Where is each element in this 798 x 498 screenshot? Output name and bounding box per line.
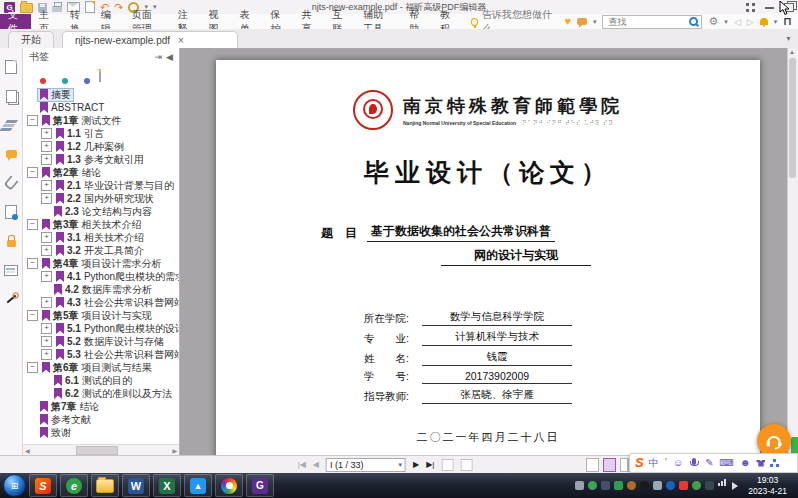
expand-toggle-icon[interactable]: + [41,349,52,360]
ribbon-tab-view[interactable]: 视图 [201,14,232,29]
bookmark-item[interactable]: 4.2数据库需求分析 [23,283,179,296]
layers-panel-icon[interactable] [4,118,18,132]
bookmark-item[interactable]: +1.3参考文献引用 [23,153,179,166]
move-tool-icon[interactable] [575,481,584,490]
new-doc-icon[interactable] [85,1,95,13]
back-icon[interactable]: ◁ [734,17,741,27]
ribbon-tab-accessibility[interactable]: 辅助工具 [355,14,401,29]
bookmark-item[interactable]: +5.3社会公共常识科普网站的设计与实现 [23,348,179,361]
dock-panel-icon[interactable]: ⇥ [155,52,163,62]
binoculars-icon[interactable] [705,481,714,490]
security-panel-icon[interactable] [4,234,18,248]
bookmark-label[interactable]: 5.3社会公共常识科普网站的设计与实现 [54,349,179,361]
document-view[interactable]: 南京特殊教育師範學院 Nanjing Normal University of … [180,48,798,456]
page-template-icon[interactable] [99,70,111,83]
collapse-panel-icon[interactable]: ◀ [166,52,173,62]
punctuation-icon[interactable]: ’ [665,457,667,469]
pdf-page[interactable]: 南京特殊教育師範學院 Nanjing Normal University of … [216,60,760,456]
hscroll-thumb[interactable] [76,446,118,455]
sogou-logo[interactable]: S [635,456,644,470]
account-icon[interactable]: ☻ [740,457,751,469]
volume-icon[interactable] [732,482,738,490]
bookmark-label[interactable]: 3.1相关技术介绍 [54,232,146,244]
expand-toggle-icon[interactable]: − [27,310,38,321]
favorite-heart-icon[interactable]: ♥ [564,16,571,27]
vscroll-thumb[interactable] [789,58,796,178]
bookmark-item[interactable]: +4.3社会公共常识科普网站的需求分析 [23,296,179,309]
ui-layout-icon[interactable] [746,3,755,12]
bookmark-label[interactable]: 5.1Python爬虫模块的设计与实现 [54,323,179,335]
bookmark-label[interactable]: 6.1测试的目的 [52,375,134,387]
attachments-panel-icon[interactable] [4,176,18,190]
bookmark-item[interactable]: 2.3论文结构与内容 [23,205,179,218]
bookmark-item[interactable]: +5.2数据库设计与存储 [23,335,179,348]
microphone-icon[interactable] [689,458,699,468]
expand-toggle-icon[interactable]: + [41,245,52,256]
first-page-icon[interactable]: |◀ [298,460,306,469]
page-dropdown-icon[interactable]: ▾ [399,461,403,469]
ribbon-tab-convert[interactable]: 转换 [62,14,93,29]
expand-toggle-icon[interactable]: − [27,258,38,269]
bookmark-label[interactable]: 2.1毕业设计背景与目的 [54,180,176,192]
bluetooth-icon[interactable] [666,481,675,490]
bookmark-label[interactable]: 5.2数据库设计与存储 [54,336,166,348]
bookmark-item[interactable]: 第7章结论 [23,400,179,413]
bookmark-item[interactable]: +3.2开发工具简介 [23,244,179,257]
skin-icon[interactable] [756,460,765,467]
scroll-right-icon[interactable]: ▶ [172,447,177,454]
bookmark-label[interactable]: 参考文献 [38,414,93,426]
bookmark-label[interactable]: 摘要 [38,89,73,101]
expand-toggle-icon[interactable]: − [27,362,38,373]
scroll-left-icon[interactable]: ◀ [25,447,30,454]
expand-toggle-icon[interactable]: + [41,193,52,204]
expand-toggle-icon[interactable]: − [27,167,38,178]
bookmark-item[interactable]: −第1章测试文件 [23,114,179,127]
page-number-box[interactable]: I (1 / 33) ▾ [326,458,406,472]
prev-page-icon[interactable]: ◀ [313,460,319,469]
page-panel-icon[interactable] [4,60,18,74]
expand-toggle-icon[interactable]: + [41,128,52,139]
document-tab[interactable]: njts-new-example.pdf× [62,31,238,48]
ribbon-tab-tutorial[interactable]: 教程 [432,14,463,29]
expand-toggle-icon[interactable]: + [41,232,52,243]
bookmark-item[interactable]: +4.1Python爬虫模块的需求分析 [23,270,179,283]
find-input[interactable] [606,16,689,28]
pdf-app[interactable]: G [246,474,274,497]
bookmark-label[interactable]: 4.1Python爬虫模块的需求分析 [54,271,179,283]
bookmark-item[interactable]: +1.1引言 [23,127,179,140]
bookmark-label[interactable]: 致谢 [38,427,73,439]
bookmark-item[interactable]: −第5章项目设计与实现 [23,309,179,322]
bookmark-label[interactable]: ABSTRACT [38,102,106,114]
next-page-icon[interactable]: ▶ [413,460,419,469]
bookmark-label[interactable]: 第7章结论 [38,401,102,413]
bookmark-item[interactable]: −第2章绪论 [23,166,179,179]
shield-green-icon[interactable] [614,481,623,490]
bookmark-item[interactable]: +2.2国内外研究现状 [23,192,179,205]
bookmark-item[interactable]: −第4章项目设计需求分析 [23,257,179,270]
emoji-icon[interactable]: ☺ [673,457,683,469]
expand-toggle-icon[interactable]: + [41,297,52,308]
bookmark-label[interactable]: 第3章相关技术介绍 [40,219,144,231]
bookmark-label[interactable]: 6.2测试的准则以及方法 [52,388,174,400]
bookmark-label[interactable]: 4.3社会公共常识科普网站的需求分析 [54,297,179,309]
bookmark-label[interactable]: 1.2几种案例 [54,141,126,153]
word[interactable]: W [122,474,150,497]
ribbon-tab-form[interactable]: 表单 [232,14,263,29]
bell-dropdown-icon[interactable]: ▾ [774,18,778,26]
green-dot-icon[interactable] [588,481,597,490]
bookmark-label[interactable]: 第1章测试文件 [40,115,124,127]
start-button[interactable]: ⊞ [3,474,26,497]
bookmark-item[interactable]: 摘要 [23,88,179,101]
bookmark-label[interactable]: 2.3论文结构与内容 [52,206,154,218]
ribbon-tab-protect[interactable]: 保护 [262,14,293,29]
scroll-up-icon[interactable]: ▲ [789,49,795,55]
pages-panel-icon[interactable] [4,89,18,103]
handwriting-icon[interactable]: ✎ [705,457,713,469]
ribbon-tab-file[interactable]: 文件 [0,14,31,29]
find-box[interactable] [602,15,702,29]
bookmark-label[interactable]: 1.1引言 [54,128,106,140]
expand-toggle-icon[interactable]: + [41,141,52,152]
file-explorer[interactable] [91,474,119,497]
expand-toggle-icon[interactable]: − [27,115,38,126]
bookmark-item[interactable]: −第3章相关技术介绍 [23,218,179,231]
